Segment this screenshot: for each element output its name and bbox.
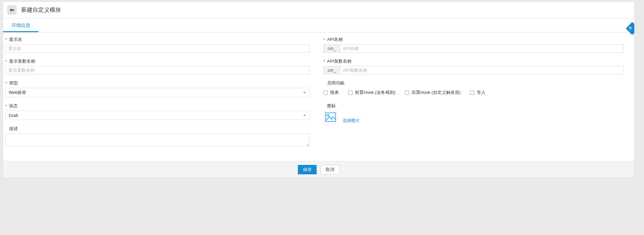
checkbox-icon xyxy=(323,91,328,95)
required-mark: * xyxy=(5,38,7,42)
question-mark-icon: ? xyxy=(629,25,632,31)
create-module-card: 新建自定义模块 详细信息 ? * 显示名 * 显示复数名称 xyxy=(3,1,635,178)
module-icon-preview[interactable] xyxy=(323,111,338,125)
field-api-name: * API名称 cm_ xyxy=(323,37,624,53)
field-display-plural: * 显示复数名称 xyxy=(5,58,310,74)
features-checkbox-row: 报表 前置Hook (业务规则) 后置Hook (自定义触发器) 导入 xyxy=(323,88,624,97)
display-plural-input[interactable] xyxy=(5,66,310,74)
field-api-plural: * API复数名称 cm_ xyxy=(323,58,624,74)
form-left-column: * 显示名 * 显示复数名称 * 类型 Web标签 xyxy=(5,37,310,148)
status-select-value: Draft xyxy=(9,113,18,118)
checkbox-reports[interactable]: 报表 xyxy=(323,90,339,96)
api-name-label: * API名称 xyxy=(323,37,624,43)
api-plural-label: * API复数名称 xyxy=(323,58,624,64)
page-title: 新建自定义模块 xyxy=(21,6,61,14)
page-header: 新建自定义模块 xyxy=(3,2,634,18)
chevron-down-icon xyxy=(303,115,306,116)
api-name-group: cm_ xyxy=(323,44,624,53)
description-textarea[interactable] xyxy=(5,133,310,146)
api-plural-prefix: cm_ xyxy=(323,66,340,74)
api-name-prefix: cm_ xyxy=(323,44,340,53)
back-button[interactable] xyxy=(7,5,16,14)
required-mark: * xyxy=(5,59,7,64)
features-label: * 启用功能 xyxy=(323,80,624,86)
field-display-name: * 显示名 xyxy=(5,37,310,53)
required-mark: * xyxy=(323,38,325,42)
field-description: * 描述 xyxy=(5,126,310,148)
field-icon: * 图标 选择图片 xyxy=(323,103,624,125)
cancel-button[interactable]: 取消 xyxy=(321,165,339,174)
required-mark: * xyxy=(5,81,7,85)
arrow-left-icon xyxy=(9,8,14,12)
type-select-value: Web标签 xyxy=(9,90,26,96)
checkbox-import[interactable]: 导入 xyxy=(470,90,485,96)
display-name-label: * 显示名 xyxy=(5,37,310,43)
field-features: * 启用功能 报表 前置Hook (业务规则) 后置Hook (自定义触发器) xyxy=(323,80,624,97)
help-button[interactable]: ? xyxy=(626,22,634,35)
required-mark: * xyxy=(323,59,325,64)
form-right-column: * API名称 cm_ * API复数名称 cm_ xyxy=(323,37,624,148)
module-form: * 显示名 * 显示复数名称 * 类型 Web标签 xyxy=(3,33,634,161)
choose-image-link[interactable]: 选择图片 xyxy=(342,118,360,124)
display-name-input[interactable] xyxy=(5,44,310,53)
tab-bar: 详细信息 xyxy=(3,18,634,33)
checkbox-after-hook[interactable]: 后置Hook (自定义触发器) xyxy=(405,90,461,96)
status-label: * 状态 xyxy=(5,103,310,109)
api-name-input[interactable] xyxy=(340,44,624,53)
field-status: * 状态 Draft xyxy=(5,103,310,120)
field-type: * 类型 Web标签 xyxy=(5,80,310,97)
type-select[interactable]: Web标签 xyxy=(5,88,310,97)
display-plural-label: * 显示复数名称 xyxy=(5,58,310,64)
chevron-down-icon xyxy=(303,92,306,94)
icon-picker-row: 选择图片 xyxy=(323,111,624,125)
image-placeholder-icon xyxy=(325,112,336,123)
icon-label: * 图标 xyxy=(323,103,624,109)
tab-details[interactable]: 详细信息 xyxy=(3,18,39,32)
checkbox-icon xyxy=(348,91,353,95)
checkbox-icon xyxy=(405,91,409,95)
api-plural-group: cm_ xyxy=(323,66,624,74)
required-mark: * xyxy=(5,104,7,108)
api-plural-input[interactable] xyxy=(340,66,624,74)
save-button[interactable]: 保存 xyxy=(298,165,317,174)
status-select[interactable]: Draft xyxy=(5,111,310,120)
type-label: * 类型 xyxy=(5,80,310,86)
description-label: * 描述 xyxy=(5,126,310,132)
form-footer: 保存 取消 xyxy=(3,161,634,178)
checkbox-icon xyxy=(470,91,474,95)
checkbox-before-hook[interactable]: 前置Hook (业务规则) xyxy=(348,90,395,96)
